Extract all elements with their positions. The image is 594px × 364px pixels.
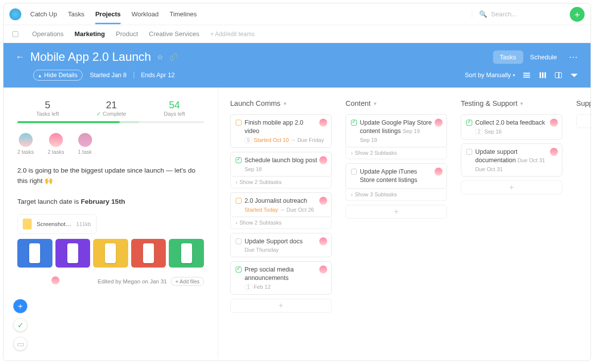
task-card[interactable]: Update Google Play Store content listing… [346,114,447,147]
view-split-icon[interactable] [554,72,563,79]
progress-bar [17,121,204,123]
column-header[interactable]: Launch Comms ▾ [230,99,332,107]
assignee-avatar[interactable] [319,237,327,245]
nav-timelines[interactable]: Timelines [169,4,197,24]
task-title: Prep social media announcements [245,266,326,282]
task-title: 2.0 Journalist outreach [245,197,316,205]
nav-tasks[interactable]: Tasks [68,4,84,24]
attachment-name: Screenshot Temp… [37,221,71,227]
star-icon[interactable]: ☆ [157,53,163,61]
back-arrow-icon[interactable]: ← [15,52,24,62]
complete-label: ✓Complete [97,111,126,117]
view-board-icon[interactable] [538,72,547,79]
screenshot-thumbnail[interactable] [169,239,204,268]
editor-avatar [51,276,59,284]
assignee-avatar[interactable] [550,119,558,127]
assignee-avatar[interactable] [319,119,327,127]
add-task-button[interactable]: + [230,299,332,313]
attachment-size: 111kb [76,221,91,227]
search-icon: 🔍 [479,10,487,18]
task-checkbox[interactable] [236,120,242,126]
nav-workload[interactable]: Workload [132,4,159,24]
project-ends: Ends Apr 12 [141,72,175,79]
show-subtasks[interactable]: › Show 3 Subtasks [346,188,447,201]
column-header[interactable]: Support ▾ [576,99,591,107]
view-list-icon[interactable] [522,72,531,79]
task-card[interactable]: Update Apple iTunes Store content listin… [346,163,447,189]
view-tasks[interactable]: Tasks [493,50,523,64]
link-icon[interactable]: 🔗 [169,53,178,61]
member-task-count: 1 task [78,149,92,155]
add-files-button[interactable]: + Add files [171,277,204,286]
assignee-avatar[interactable] [319,197,327,205]
show-subtasks[interactable]: › Show 2 Subtasks [346,147,447,159]
screenshot-thumbnail[interactable] [93,239,128,268]
team-creative[interactable]: Creative Services [149,30,199,38]
project-title: Mobile App 2.0 Launch [30,50,151,64]
team-product[interactable]: Product [116,30,138,38]
fab-tasks-icon[interactable]: ✓ [13,318,27,332]
fab-calendar-icon[interactable]: ▭ [13,337,27,351]
assignee-avatar[interactable] [319,156,327,164]
task-title: Collect 2.0 beta feedback [475,119,554,127]
screenshot-thumbnail[interactable] [131,239,166,268]
assignee-avatar[interactable] [435,168,443,176]
column-header[interactable]: Testing & Support ▾ [461,99,562,107]
task-card[interactable]: Collect 2.0 beta feedback 2Sep 16 [461,114,562,139]
member-avatar[interactable] [49,133,63,147]
task-card[interactable]: Update Support docs Due Thursday [230,233,332,258]
team-operations[interactable]: Operations [32,30,64,38]
add-task-button[interactable]: + [346,205,447,219]
assignee-avatar[interactable] [435,119,443,127]
filter-icon[interactable] [570,72,579,79]
view-schedule[interactable]: Schedule [523,50,564,64]
task-checkbox[interactable] [236,238,242,244]
task-card[interactable]: Finish mobile app 2.0 video 5Started Oct… [230,114,332,148]
check-icon: ✓ [97,111,101,117]
hide-details-label: Hide Details [44,72,77,79]
task-checkbox[interactable] [466,120,472,126]
team-marketing[interactable]: Marketing [75,30,105,38]
task-card[interactable]: 2.0 Journalist outreach Started Today → … [230,192,332,217]
project-more-icon[interactable]: ⋯ [569,51,579,62]
member-avatar[interactable] [78,133,92,147]
project-details-pane: 5 Tasks left 21 ✓Complete 54 Days left 2… [3,88,218,358]
sort-label: Sort by Manually [465,72,511,79]
show-subtasks[interactable]: › Show 2 Subtasks [230,217,332,229]
task-title: Update Apple iTunes Store content listin… [360,168,442,184]
task-checkbox[interactable] [351,169,357,175]
chevron-down-icon: ▾ [374,100,377,107]
task-title: Update Google Play Store content listing… [360,119,442,136]
sidebar-toggle-icon[interactable] [12,31,18,37]
nav-projects[interactable]: Projects [95,4,120,24]
app-logo[interactable] [9,8,21,20]
show-subtasks[interactable]: › Show 2 Subtasks [230,176,332,188]
column-header[interactable]: Content ▾ [346,99,447,107]
task-checkbox[interactable] [236,157,242,163]
chevron-down-icon: ▾ [520,100,523,107]
task-checkbox[interactable] [236,198,242,204]
assignee-avatar[interactable] [550,148,558,156]
chevron-down-icon: ▾ [513,73,515,78]
project-description: 2.0 is going to be the biggest update si… [17,166,204,207]
task-checkbox[interactable] [236,267,242,273]
nav-catchup[interactable]: Catch Up [30,4,57,24]
fab-add[interactable]: ＋ [13,299,27,313]
task-checkbox[interactable] [351,120,357,126]
task-card[interactable]: Prep social media announcements 1Feb 12 [230,261,332,295]
search-input[interactable] [491,10,550,18]
chevron-right-icon: › [351,150,353,156]
add-task-button[interactable]: + [576,114,591,128]
add-button[interactable]: ＋ [570,7,585,22]
screenshot-thumbnail[interactable] [55,239,91,268]
hide-details-toggle[interactable]: ▴ Hide Details [33,70,83,81]
task-card[interactable]: Schedule launch blog post Sep 18 [230,152,332,177]
screenshot-thumbnail[interactable] [17,239,52,268]
add-edit-teams[interactable]: + Add/edit teams [210,31,255,38]
member-avatar[interactable] [19,133,33,147]
attachment-card[interactable]: Screenshot Temp… 111kb [17,214,97,234]
task-checkbox[interactable] [466,149,472,155]
task-card[interactable]: Update support documentation Due Oct 31 … [461,143,562,177]
sort-menu[interactable]: Sort by Manually ▾ [465,72,515,79]
add-task-button[interactable]: + [461,181,562,194]
